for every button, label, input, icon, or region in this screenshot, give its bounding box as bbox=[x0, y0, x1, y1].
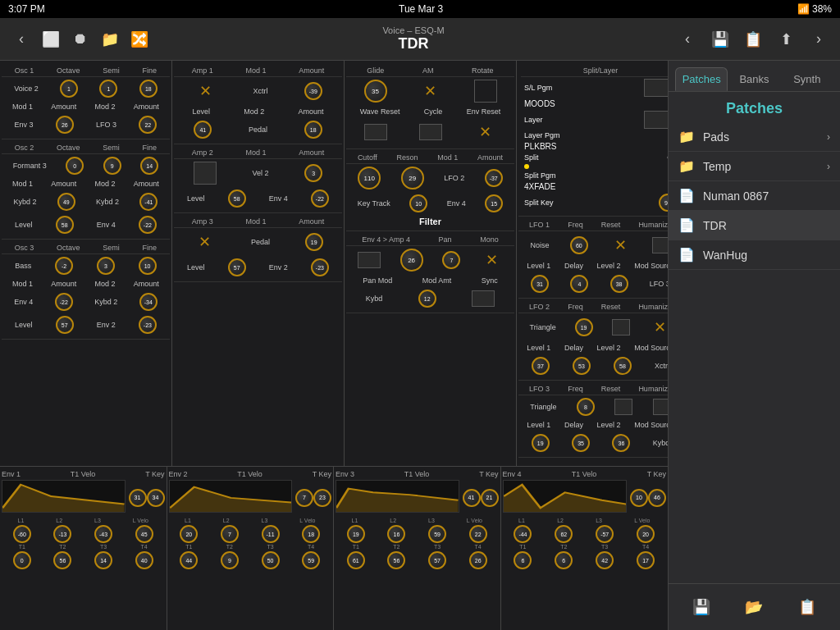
lfo1-level1-knob[interactable]: 31 bbox=[531, 275, 549, 293]
prev-patch-button[interactable]: ‹ bbox=[673, 25, 702, 54]
filter-mod1-knob[interactable]: -37 bbox=[485, 169, 503, 187]
amp2-mod1-knob[interactable]: 3 bbox=[304, 164, 322, 182]
lfo2-delay-knob[interactable]: 53 bbox=[573, 357, 591, 375]
env4-t2-knob[interactable]: 6 bbox=[555, 551, 573, 569]
lfo3-freq-knob[interactable]: 8 bbox=[577, 398, 595, 416]
amp1-x-button[interactable]: ✕ bbox=[194, 80, 217, 103]
split-key-knob[interactable]: 97 bbox=[659, 194, 668, 212]
am-x-button[interactable]: ✕ bbox=[419, 80, 442, 103]
env3-t4-knob[interactable]: 26 bbox=[469, 551, 487, 569]
browser-button[interactable]: ⬜ bbox=[36, 25, 66, 54]
mono-x-button[interactable]: ✕ bbox=[480, 249, 503, 272]
env2-lvelo-knob[interactable]: 18 bbox=[302, 525, 320, 543]
amp1-mod2-knob[interactable]: 18 bbox=[304, 121, 322, 139]
lfo2-freq-knob[interactable]: 19 bbox=[575, 318, 593, 336]
env1-t3-knob[interactable]: 14 bbox=[94, 551, 112, 569]
amp1-level-knob[interactable]: 41 bbox=[194, 121, 212, 139]
lfo2-level2-knob[interactable]: 58 bbox=[614, 357, 632, 375]
osc2-level2-knob[interactable]: -22 bbox=[139, 216, 157, 234]
env3-tkey-knob[interactable]: 21 bbox=[481, 489, 499, 507]
env3-t3-knob[interactable]: 57 bbox=[428, 551, 446, 569]
env3-l1-knob[interactable]: 19 bbox=[347, 525, 365, 543]
osc2-octave-knob[interactable]: 0 bbox=[66, 157, 84, 175]
amp3-x-button[interactable]: ✕ bbox=[193, 231, 216, 253]
save-button[interactable]: 💾 bbox=[705, 25, 735, 54]
amp2-level-knob[interactable]: 58 bbox=[228, 189, 246, 208]
env2-l3-knob[interactable]: -11 bbox=[262, 525, 280, 543]
osc3-level-knob[interactable]: 57 bbox=[56, 316, 74, 334]
env1-t1-knob[interactable]: 0 bbox=[13, 551, 31, 569]
lfo3-delay-knob[interactable]: 35 bbox=[572, 434, 590, 452]
amp1-val-knob[interactable]: -39 bbox=[304, 82, 322, 100]
amp3-mod2-knob[interactable]: -23 bbox=[311, 258, 329, 276]
osc1-octave-knob[interactable]: 1 bbox=[60, 80, 78, 98]
osc3-mod1-knob[interactable]: -22 bbox=[55, 293, 73, 311]
lfo2-hum-x[interactable]: ✕ bbox=[649, 316, 668, 339]
env1-l1-knob[interactable]: -60 bbox=[13, 525, 31, 543]
env2-tkey-knob[interactable]: 23 bbox=[313, 489, 331, 507]
osc1-mod2-knob[interactable]: 22 bbox=[139, 116, 157, 134]
tab-banks[interactable]: Banks bbox=[728, 67, 780, 91]
pan-7-knob[interactable]: 7 bbox=[442, 251, 460, 269]
patch-numan[interactable]: 📄 Numan 0867 bbox=[669, 181, 840, 211]
sidebar-export-button[interactable]: 📋 bbox=[791, 591, 824, 623]
osc2-mod1-knob[interactable]: 49 bbox=[57, 193, 75, 211]
folder-button[interactable]: 📁 bbox=[95, 25, 125, 54]
env4-l1-knob[interactable]: -44 bbox=[514, 525, 532, 543]
next-patch-button[interactable]: › bbox=[804, 25, 833, 54]
osc1-mod1-knob[interactable]: 26 bbox=[56, 116, 74, 134]
amp3-mod1-knob[interactable]: 19 bbox=[305, 233, 323, 251]
osc1-fine-knob[interactable]: 18 bbox=[139, 80, 158, 98]
lfo1-level2-knob[interactable]: 38 bbox=[610, 275, 628, 293]
osc3-octave-knob[interactable]: -2 bbox=[55, 257, 73, 275]
back-button[interactable]: ‹ bbox=[7, 25, 36, 54]
env4-t4-knob[interactable]: 17 bbox=[637, 551, 655, 569]
tab-synth[interactable]: Synth bbox=[781, 67, 833, 91]
env1-lvelo-knob[interactable]: 45 bbox=[135, 525, 153, 543]
osc2-mod2-knob[interactable]: -41 bbox=[139, 193, 158, 211]
amp3-level-knob[interactable]: 57 bbox=[228, 258, 246, 276]
osc2-semi-knob[interactable]: 9 bbox=[103, 157, 121, 175]
record-button[interactable]: ⏺ bbox=[66, 25, 95, 54]
env2-t1-knob[interactable]: 44 bbox=[180, 551, 198, 569]
env4-lvelo-knob[interactable]: 20 bbox=[637, 525, 655, 543]
pan-mod-knob[interactable]: 12 bbox=[418, 290, 436, 308]
env2-t4-knob[interactable]: 59 bbox=[302, 551, 320, 569]
osc3-fine-knob[interactable]: 10 bbox=[139, 257, 157, 275]
amp2-mod2-knob[interactable]: -22 bbox=[311, 189, 329, 208]
key-track-knob[interactable]: 10 bbox=[409, 194, 427, 212]
env2-t1velo-knob[interactable]: 7 bbox=[295, 489, 313, 507]
env-reset-x[interactable]: ✕ bbox=[474, 121, 497, 144]
sidebar-save-button[interactable]: 💾 bbox=[685, 591, 718, 623]
pan-knob[interactable]: 26 bbox=[400, 249, 423, 272]
env1-t1velo-knob[interactable]: 31 bbox=[129, 489, 147, 507]
env2-l1-knob[interactable]: 20 bbox=[180, 525, 198, 543]
env1-l2-knob[interactable]: -13 bbox=[53, 525, 71, 543]
env4-t1velo-knob[interactable]: 10 bbox=[630, 489, 648, 507]
env1-tkey-knob[interactable]: 34 bbox=[147, 489, 165, 507]
folder-pads[interactable]: 📁 Pads › bbox=[669, 122, 840, 152]
env4-t1-knob[interactable]: 6 bbox=[514, 551, 532, 569]
env2-t3-knob[interactable]: 50 bbox=[262, 551, 280, 569]
lfo3-level1-knob[interactable]: 19 bbox=[532, 434, 550, 452]
osc2-fine-knob[interactable]: 14 bbox=[140, 157, 158, 175]
wave-reset-box[interactable] bbox=[364, 124, 387, 140]
env2-l2-knob[interactable]: 7 bbox=[221, 525, 239, 543]
env2-t2-knob[interactable]: 9 bbox=[221, 551, 239, 569]
env3-l3-knob[interactable]: 59 bbox=[428, 525, 446, 543]
env3-lvelo-knob[interactable]: 22 bbox=[469, 525, 487, 543]
folder-temp[interactable]: 📁 Temp › bbox=[669, 152, 840, 181]
cycle-box[interactable] bbox=[419, 124, 442, 140]
cutoff-knob[interactable]: 110 bbox=[358, 167, 381, 189]
osc3-level2-knob[interactable]: -23 bbox=[139, 316, 157, 334]
env1-l3-knob[interactable]: -43 bbox=[94, 525, 112, 543]
env4-l3-knob[interactable]: -57 bbox=[596, 525, 614, 543]
osc3-mod2-knob[interactable]: -34 bbox=[139, 293, 158, 311]
env4-l2-knob[interactable]: 62 bbox=[555, 525, 573, 543]
env3-t2-knob[interactable]: 56 bbox=[387, 551, 405, 569]
lfo1-freq-knob[interactable]: 60 bbox=[570, 236, 588, 254]
filter-mod2-knob[interactable]: 15 bbox=[485, 194, 503, 212]
lfo3-level2-knob[interactable]: 36 bbox=[612, 434, 630, 452]
env4-tkey-knob[interactable]: 46 bbox=[648, 489, 666, 507]
reson-knob[interactable]: 29 bbox=[401, 167, 424, 189]
